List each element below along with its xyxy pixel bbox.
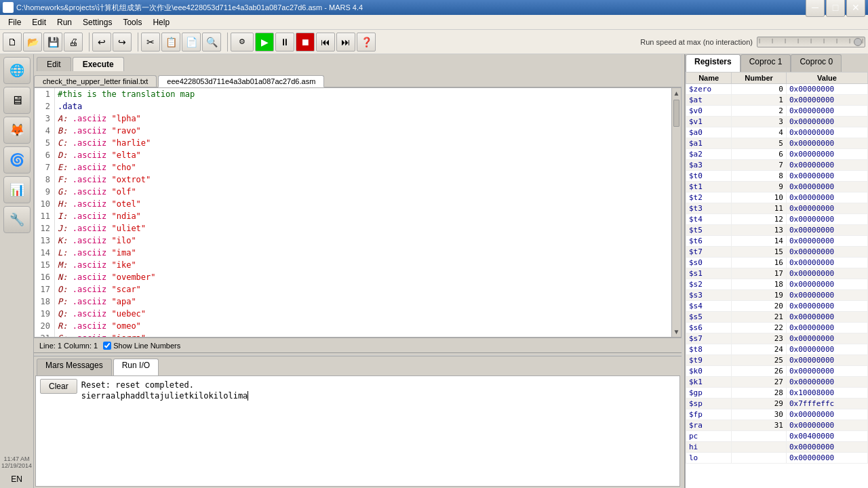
table-row[interactable]: $s1170x00000000 (686, 268, 868, 279)
table-row[interactable]: $at10x00000000 (686, 95, 868, 106)
clear-button[interactable]: Clear (40, 379, 77, 394)
table-row[interactable]: $s4200x00000000 (686, 301, 868, 312)
table-row[interactable]: $t8240x00000000 (686, 344, 868, 355)
run-speed-slider[interactable]: ||||||||| (757, 37, 865, 47)
table-row[interactable]: $s3190x00000000 (686, 290, 868, 301)
table-row[interactable]: $t6140x00000000 (686, 236, 868, 247)
menu-tools[interactable]: Tools (117, 16, 147, 28)
tab-coproc0[interactable]: Coproc 0 (791, 54, 842, 72)
tb-assemble[interactable]: ⚙ (231, 33, 254, 52)
tab-registers[interactable]: Registers (686, 54, 741, 72)
sidebar-icon-4[interactable]: 🌀 (3, 146, 31, 174)
tab-edit[interactable]: Edit (37, 57, 71, 71)
scroll-up[interactable]: ▲ (672, 88, 681, 98)
speed-notches: ||||||||| (757, 37, 865, 43)
table-row[interactable]: $fp300x00000000 (686, 409, 868, 420)
file-tab-1[interactable]: check_the_upper_letter finial.txt (34, 75, 157, 87)
table-row[interactable]: pc0x00400000 (686, 431, 868, 442)
tb-help[interactable]: ❓ (357, 33, 376, 52)
table-row[interactable]: hi0x00000000 (686, 442, 868, 453)
sidebar-icon-6[interactable]: 🔧 (3, 206, 31, 233)
table-row[interactable]: $s6220x00000000 (686, 323, 868, 333)
tb-copy[interactable]: 📋 (161, 33, 180, 52)
tb-find[interactable]: 🔍 (202, 33, 221, 52)
menu-settings[interactable]: Settings (77, 16, 117, 28)
table-row[interactable]: $k0260x00000000 (686, 366, 868, 377)
tab-mars-messages[interactable]: Mars Messages (37, 359, 112, 375)
reg-name-cell: $a3 (686, 160, 732, 171)
table-row[interactable]: $s5210x00000000 (686, 312, 868, 323)
table-row[interactable]: $t9250x00000000 (686, 355, 868, 366)
tb-stop[interactable]: ⏹ (296, 33, 315, 52)
tb-redo[interactable]: ↪ (113, 33, 132, 52)
tab-run-io[interactable]: Run I/O (113, 359, 159, 375)
reg-name-cell: $s0 (686, 258, 732, 268)
file-tab-2[interactable]: eee4228053d711e4a3ab01a087ac27d6.asm (158, 75, 324, 87)
scroll-down[interactable]: ▼ (672, 327, 681, 337)
tb-open[interactable]: 📂 (23, 33, 42, 52)
menu-run[interactable]: Run (52, 16, 77, 28)
tb-run[interactable]: ▶ (255, 33, 274, 52)
tab-execute[interactable]: Execute (73, 57, 124, 71)
tb-save[interactable]: 💾 (43, 33, 62, 52)
cursor-blink (248, 391, 248, 401)
menu-file[interactable]: File (3, 16, 26, 28)
table-row[interactable]: $a040x00000000 (686, 127, 868, 138)
table-row[interactable]: lo0x00000000 (686, 453, 868, 464)
table-row[interactable]: $a370x00000000 (686, 160, 868, 171)
sidebar-icon-2[interactable]: 🖥 (3, 87, 31, 114)
table-row[interactable]: $zero00x00000000 (686, 84, 868, 95)
table-row[interactable]: $s0160x00000000 (686, 258, 868, 268)
tb-print[interactable]: 🖨 (64, 33, 83, 52)
table-row[interactable]: $s7230x00000000 (686, 333, 868, 344)
table-row[interactable]: $s2180x00000000 (686, 279, 868, 290)
show-line-numbers-checkbox[interactable] (103, 342, 111, 350)
tb-step-back[interactable]: ⏮ (316, 33, 335, 52)
slider-thumb (854, 38, 862, 46)
maximize-button[interactable]: □ (826, 0, 845, 17)
table-row[interactable]: $t7150x00000000 (686, 247, 868, 258)
reg-name-cell: $v0 (686, 106, 732, 117)
tb-step-fwd[interactable]: ⏭ (336, 33, 355, 52)
table-row[interactable]: $ra310x00000000 (686, 420, 868, 431)
register-tabs: Registers Coproc 1 Coproc 0 (686, 54, 868, 72)
lang-icon[interactable]: EN (11, 474, 22, 484)
menu-edit[interactable]: Edit (26, 16, 52, 28)
table-row[interactable]: $t3110x00000000 (686, 203, 868, 214)
reg-value-cell: 0x00000000 (786, 279, 867, 290)
tb-cut[interactable]: ✂ (141, 33, 160, 52)
sidebar-icon-5[interactable]: 📊 (3, 176, 31, 203)
editor-scrollbar[interactable]: ▲ ▼ (671, 88, 681, 337)
close-button[interactable]: ✕ (846, 0, 865, 17)
reg-number-cell: 17 (732, 268, 787, 279)
table-row[interactable]: $t4120x00000000 (686, 214, 868, 225)
table-row[interactable]: $k1270x00000000 (686, 377, 868, 388)
table-row[interactable]: $v130x00000000 (686, 117, 868, 127)
tb-new[interactable]: 🗋 (3, 33, 22, 52)
table-row[interactable]: $t2100x00000000 (686, 192, 868, 203)
minimize-button[interactable]: ─ (806, 0, 825, 17)
menu-help[interactable]: Help (147, 16, 175, 28)
toolbar: 🗋 📂 💾 🖨 ↩ ↪ ✂ 📋 📄 🔍 ⚙ ▶ ⏸ ⏹ ⏮ ⏭ ❓ Run sp… (0, 30, 868, 54)
table-row[interactable]: $v020x00000000 (686, 106, 868, 117)
table-row[interactable]: $t5130x00000000 (686, 225, 868, 236)
code-content[interactable]: #this is the translation map .dataA: .as… (55, 88, 671, 337)
table-row[interactable]: $a260x00000000 (686, 149, 868, 160)
reg-value-cell: 0x00000000 (786, 268, 867, 279)
scrollbar-thumb[interactable] (673, 100, 679, 127)
tb-undo[interactable]: ↩ (92, 33, 111, 52)
reg-number-cell: 28 (732, 388, 787, 399)
table-row[interactable]: $t080x00000000 (686, 171, 868, 182)
table-row[interactable]: $t190x00000000 (686, 182, 868, 192)
code-line: R: .asciiz "omeo" (58, 320, 669, 332)
reg-name-cell: $t7 (686, 247, 732, 258)
sidebar-icon-1[interactable]: 🌐 (3, 57, 31, 84)
table-row[interactable]: $gp280x10008000 (686, 388, 868, 399)
sidebar-icon-3[interactable]: 🦊 (3, 117, 31, 144)
show-line-numbers-label[interactable]: Show Line Numbers (103, 342, 180, 350)
tb-pause[interactable]: ⏸ (275, 33, 294, 52)
table-row[interactable]: $sp290x7fffeffc (686, 399, 868, 409)
table-row[interactable]: $a150x00000000 (686, 138, 868, 149)
tab-coproc1[interactable]: Coproc 1 (741, 54, 791, 72)
tb-paste[interactable]: 📄 (182, 33, 201, 52)
